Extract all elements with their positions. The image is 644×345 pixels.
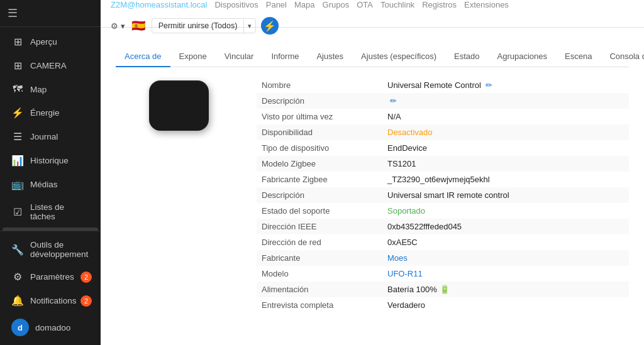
sidebar-icon-historique: 📊 [11,155,24,167]
info-value-11: Moes [382,250,629,266]
sidebar-icon-notifications: 🔔 [11,295,24,307]
badge-parametres: 2 [80,271,92,283]
tab-consola[interactable]: Consola de desarrollo [601,47,644,67]
table-row: Dirección IEEE0xb43522fffeded045 [257,219,629,234]
info-label-14: Entrevista completa [257,297,382,313]
sidebar-label-domadoo: domadoo [35,323,70,332]
info-label-4: Tipo de dispositivo [257,140,382,156]
topnav-link-z2m[interactable]: Z2M@homeassistant.local [111,0,207,9]
table-row: DescripciónUniversal smart IR remote con… [257,187,629,203]
sidebar-label-parametres: Paramètres [30,272,74,282]
sidebar-item-listes[interactable]: ☑Listes de tâches [3,197,98,227]
tab-informe[interactable]: Informe [262,47,308,67]
main-content: Z2M@homeassistant.localDispositivosPanel… [101,0,644,345]
tab-escena[interactable]: Escena [556,47,601,67]
sidebar-label-medias: Médias [30,180,58,189]
table-row: Modelo ZigbeeTS1201 [257,156,629,172]
sidebar-item-map[interactable]: 🗺Map [3,78,98,101]
sidebar-icon-journal: ☰ [11,131,24,143]
sidebar-label-listes: Listes de tâches [30,202,89,221]
edit-icon-1[interactable]: ✏ [390,96,397,106]
sidebar-label-energie: Énergie [30,108,60,118]
sidebar-icon-map: 🗺 [11,84,24,95]
info-label-7: Descripción [257,187,382,203]
table-row: NombreUniversal Remote Control ✏ [257,77,629,93]
tab-ajustes_esp[interactable]: Ajustes (específicos) [352,47,445,67]
sidebar-item-notifications[interactable]: 🔔Notifications2 [3,289,98,312]
info-label-2: Visto por última vez [257,109,382,124]
sidebar-label-journal: Journal [30,132,58,141]
topnav-link-extensiones[interactable]: Extensiones [464,0,509,9]
info-value-14: Verdadero [382,297,629,313]
sidebar-icon-apercu: ⊞ [11,36,24,48]
table-row: Descripción✏ [257,93,629,109]
info-value-7: Universal smart IR remote control [382,187,629,203]
table-row: Entrevista completaVerdadero [257,297,629,313]
device-image-col [116,77,242,313]
sidebar-item-medias[interactable]: 📺Médias [3,173,98,196]
info-col: NombreUniversal Remote Control ✏Descripc… [257,77,629,313]
topnav-link-registros[interactable]: Registros [422,0,457,9]
sidebar-icon-parametres: ⚙ [11,271,24,283]
info-text-13: Batería 100% [387,285,437,294]
sidebar-item-energie[interactable]: ⚡Énergie [3,101,98,124]
table-row: Dirección de red0xAE5C [257,234,629,250]
table-row: FabricanteMoes [257,250,629,266]
sidebar-item-journal[interactable]: ☰Journal [3,125,98,148]
info-label-10: Dirección de red [257,234,382,250]
hamburger-icon[interactable]: ☰ [8,6,18,20]
info-label-0: Nombre [257,77,382,93]
topnav: Z2M@homeassistant.localDispositivosPanel… [101,0,644,28]
info-label-5: Modelo Zigbee [257,156,382,172]
tab-expone[interactable]: Expone [170,47,216,67]
info-label-1: Descripción [257,93,382,109]
table-row: Estado del soporteSoportado [257,203,629,219]
info-value-0[interactable]: Universal Remote Control ✏ [382,77,629,93]
topnav-link-grupos[interactable]: Grupos [323,0,350,9]
tab-vincular[interactable]: Vincular [216,47,263,67]
sidebar-item-historique[interactable]: 📊Historique [3,149,98,172]
info-text-0: Universal Remote Control [387,80,481,90]
info-value-6: _TZ3290_ot6ewjvmejq5ekhl [382,172,629,187]
edit-icon-0[interactable]: ✏ [486,80,492,90]
device-panel: NombreUniversal Remote Control ✏Descripc… [116,77,629,313]
info-value-8: Soportado [382,203,629,219]
topnav-link-ota[interactable]: OTA [357,0,373,9]
info-value-1[interactable]: ✏ [382,93,629,109]
info-value-2: N/A [382,109,629,124]
topnav-link-touchlink[interactable]: Touchlink [380,0,414,9]
sidebar-item-domadoo[interactable]: ddomadoo [3,313,98,342]
tab-ajustes[interactable]: Ajustes [308,47,352,67]
info-label-12: Modelo [257,266,382,282]
sidebar-header: ☰ [0,0,101,27]
content-area: Acerca deExponeVincularInformeAjustesAju… [101,28,644,345]
sidebar-label-map: Map [30,85,47,94]
sidebar-icon-listes: ☑ [11,206,24,218]
info-table: NombreUniversal Remote Control ✏Descripc… [257,77,629,313]
sidebar-item-apercu[interactable]: ⊞Aperçu [3,30,98,53]
info-value-10: 0xAE5C [382,234,629,250]
sidebar-label-historique: Historique [30,156,69,165]
info-value-5: TS1201 [382,156,629,172]
tab-acerca[interactable]: Acerca de [116,47,170,67]
avatar-domadoo: d [11,319,29,336]
info-label-11: Fabricante [257,250,382,266]
info-label-6: Fabricante Zigbee [257,172,382,187]
info-label-3: Disponibilidad [257,124,382,140]
sidebar-item-zigbee[interactable]: ◉Zigbee2MQTT [3,227,98,231]
sidebar-label-outils: Outils de développement [30,240,89,259]
sidebar-item-camera[interactable]: ⊞CAMERA [3,54,98,77]
tab-estado[interactable]: Estado [445,47,488,67]
tabs: Acerca deExponeVincularInformeAjustesAju… [116,47,629,67]
info-value-3: Desactivado [382,124,629,140]
topnav-link-mapa[interactable]: Mapa [294,0,315,9]
info-label-13: Alimentación [257,282,382,297]
sidebar-item-parametres[interactable]: ⚙Paramètres2 [3,265,98,288]
table-row: ModeloUFO-R11 [257,266,629,282]
table-row: DisponibilidadDesactivado [257,124,629,140]
topnav-link-panel[interactable]: Panel [266,0,287,9]
info-label-8: Estado del soporte [257,203,382,219]
sidebar-item-outils[interactable]: 🔧Outils de développement [3,234,98,265]
topnav-link-dispositivos[interactable]: Dispositivos [214,0,258,9]
tab-agrupaciones[interactable]: Agrupaciones [489,47,557,67]
